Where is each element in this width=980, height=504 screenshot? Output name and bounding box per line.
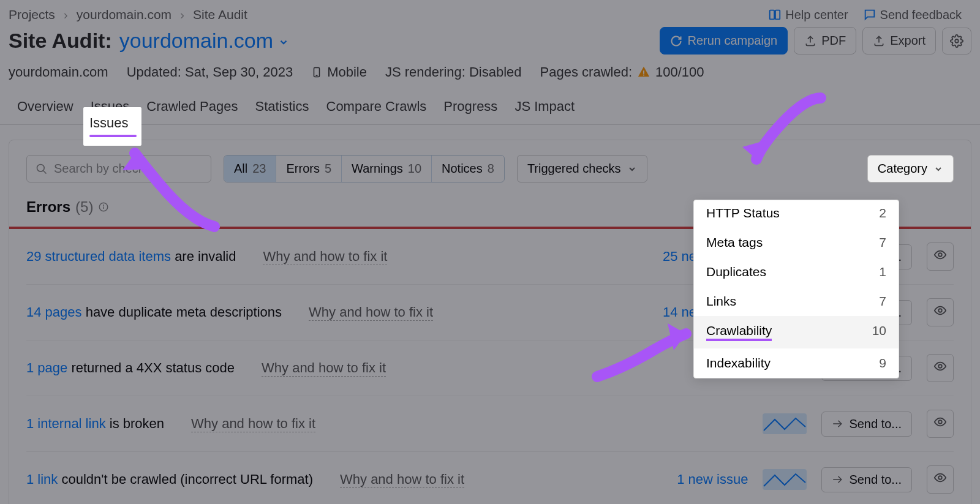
upload-icon xyxy=(804,35,816,47)
category-option-label: HTTP Status xyxy=(706,206,780,220)
mobile-icon xyxy=(311,64,322,80)
hide-button[interactable] xyxy=(927,298,954,326)
search-icon xyxy=(36,163,48,175)
tab-statistics[interactable]: Statistics xyxy=(246,90,317,124)
breadcrumb-projects[interactable]: Projects xyxy=(9,7,55,22)
hide-button[interactable] xyxy=(927,243,954,271)
category-select[interactable]: Category xyxy=(867,155,954,182)
chevron-down-icon xyxy=(933,164,943,174)
search-input[interactable]: Search by check xyxy=(26,155,211,182)
why-how-link[interactable]: Why and how to fix it xyxy=(262,360,386,377)
page-title: Site Audit: xyxy=(9,29,112,53)
hide-button[interactable] xyxy=(927,410,954,438)
tab-overview[interactable]: Overview xyxy=(9,90,82,124)
upload-icon xyxy=(873,35,885,47)
send-feedback-label: Send feedback xyxy=(880,8,962,22)
issue-link[interactable]: 1 link xyxy=(26,472,58,487)
tabs: Overview Issues Crawled Pages Statistics… xyxy=(0,90,980,125)
tab-issues[interactable]: Issues xyxy=(82,90,138,124)
pill-errors[interactable]: Errors5 xyxy=(276,156,342,182)
help-center-link[interactable]: Help center xyxy=(768,8,848,22)
issue-text: 1 page returned a 4XX status code xyxy=(26,360,235,376)
svg-rect-1 xyxy=(775,10,780,20)
category-option-label: Crawlability xyxy=(706,323,772,341)
hide-button[interactable] xyxy=(927,465,954,494)
category-dropdown: HTTP Status2Meta tags7Duplicates1Links7C… xyxy=(693,200,899,378)
category-option-label: Meta tags xyxy=(706,235,763,250)
chevron-down-icon xyxy=(627,164,637,174)
tab-js-impact[interactable]: JS Impact xyxy=(506,90,583,124)
domain-label: yourdomain.com xyxy=(119,29,273,53)
category-option[interactable]: Crawlability10 xyxy=(694,316,899,348)
category-option-label: Indexability xyxy=(706,356,771,370)
refresh-icon xyxy=(670,35,682,47)
send-feedback-link[interactable]: Send feedback xyxy=(863,8,962,22)
svg-point-16 xyxy=(938,476,942,480)
why-how-link[interactable]: Why and how to fix it xyxy=(309,304,433,321)
send-to-button[interactable]: Send to... xyxy=(821,467,912,492)
meta-js: JS rendering: Disabled xyxy=(385,64,522,80)
page-header: Site Audit: yourdomain.com Rerun campaig… xyxy=(0,24,980,61)
issue-text: 14 pages have duplicate meta description… xyxy=(26,304,282,320)
category-option-count: 9 xyxy=(879,356,886,370)
category-option-count: 2 xyxy=(879,206,886,220)
category-option[interactable]: Meta tags7 xyxy=(694,228,899,257)
why-how-link[interactable]: Why and how to fix it xyxy=(263,249,387,265)
export-button[interactable]: Export xyxy=(862,27,936,55)
svg-rect-6 xyxy=(643,75,644,76)
issue-link[interactable]: 14 pages xyxy=(26,304,82,320)
issue-link[interactable]: 29 structured data items xyxy=(26,249,171,264)
new-issues-link[interactable]: 1 new issue xyxy=(677,472,748,487)
svg-point-11 xyxy=(104,205,104,206)
settings-button[interactable] xyxy=(942,28,971,55)
category-option-count: 7 xyxy=(879,294,886,309)
why-how-link[interactable]: Why and how to fix it xyxy=(191,416,315,432)
breadcrumb-page: Site Audit xyxy=(193,7,247,22)
meta-crawled: Pages crawled: 100/100 xyxy=(540,64,704,80)
svg-line-8 xyxy=(43,170,47,173)
why-how-link[interactable]: Why and how to fix it xyxy=(340,472,464,488)
severity-filter: All23 Errors5 Warnings10 Notices8 xyxy=(224,155,505,182)
pill-all[interactable]: All23 xyxy=(224,156,276,182)
breadcrumb-domain[interactable]: yourdomain.com xyxy=(77,7,172,22)
svg-rect-5 xyxy=(643,70,644,74)
category-option[interactable]: HTTP Status2 xyxy=(694,200,899,228)
meta-bar: yourdomain.com Updated: Sat, Sep 30, 202… xyxy=(0,61,980,90)
hide-button[interactable] xyxy=(927,354,954,382)
category-option[interactable]: Duplicates1 xyxy=(694,257,899,287)
book-icon xyxy=(768,8,782,21)
pill-notices[interactable]: Notices8 xyxy=(432,156,504,182)
meta-crawled-label: Pages crawled: xyxy=(540,64,632,80)
svg-point-14 xyxy=(938,364,942,368)
tab-compare-crawls[interactable]: Compare Crawls xyxy=(318,90,435,124)
meta-device-label: Mobile xyxy=(327,64,367,80)
issue-link[interactable]: 1 page xyxy=(26,360,67,375)
category-option[interactable]: Indexability9 xyxy=(694,348,899,378)
meta-domain: yourdomain.com xyxy=(9,64,108,80)
pdf-button[interactable]: PDF xyxy=(794,27,856,55)
send-to-button[interactable]: Send to... xyxy=(821,412,912,437)
info-icon xyxy=(98,201,109,213)
help-center-label: Help center xyxy=(785,8,848,22)
errors-title-label: Errors xyxy=(26,198,70,216)
svg-point-2 xyxy=(955,39,959,43)
gear-icon xyxy=(950,34,963,48)
svg-point-13 xyxy=(938,309,942,312)
chevron-right-icon: › xyxy=(64,7,68,22)
export-label: Export xyxy=(890,34,925,48)
sparkline xyxy=(763,413,807,434)
category-option[interactable]: Links7 xyxy=(694,287,899,316)
pill-warnings[interactable]: Warnings10 xyxy=(342,156,432,182)
tab-progress[interactable]: Progress xyxy=(435,90,506,124)
category-option-count: 1 xyxy=(879,265,886,279)
issue-link[interactable]: 1 internal link xyxy=(26,416,106,431)
meta-updated: Updated: Sat, Sep 30, 2023 xyxy=(127,64,293,80)
tab-crawled-pages[interactable]: Crawled Pages xyxy=(138,90,246,124)
category-label: Category xyxy=(878,162,927,176)
triggered-checks-select[interactable]: Triggered checks xyxy=(517,155,647,182)
svg-point-12 xyxy=(938,253,942,257)
domain-selector[interactable]: yourdomain.com xyxy=(119,29,289,53)
category-option-count: 7 xyxy=(879,235,886,250)
issue-text: 1 internal link is broken xyxy=(26,416,164,432)
rerun-campaign-button[interactable]: Rerun campaign xyxy=(660,27,788,55)
